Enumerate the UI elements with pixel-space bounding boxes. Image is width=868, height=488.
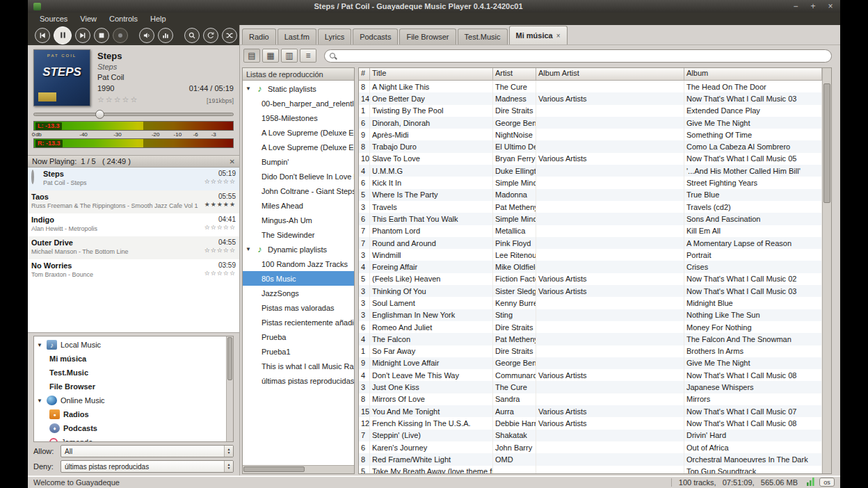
- record-button[interactable]: [113, 28, 128, 43]
- shuffle-button[interactable]: [222, 28, 237, 43]
- repeat-button[interactable]: [203, 28, 218, 43]
- table-row[interactable]: 6 Kick It In Simple Minds Street Fightin…: [359, 177, 822, 188]
- expander-icon[interactable]: ▼: [246, 86, 252, 92]
- playlist-item[interactable]: A Love Supreme (Deluxe Edition): [243, 140, 354, 154]
- playlist-item[interactable]: 80s Music: [243, 271, 354, 286]
- playlist-item[interactable]: 100 Random Jazz Tracks: [243, 257, 354, 271]
- table-row[interactable]: 8 Mirrors Of Love Sandra Mirrors: [359, 393, 822, 405]
- table-row[interactable]: 8 A Night Like This The Cure The Head On…: [359, 81, 822, 92]
- track-rating-stars[interactable]: ☆☆☆☆☆: [97, 95, 138, 104]
- menu-item[interactable]: Sources: [33, 15, 74, 23]
- tab[interactable]: File Browser: [399, 29, 456, 44]
- now-playing-track-row[interactable]: Taos Russ Freeman & The Rippingtons - Sm…: [28, 190, 239, 213]
- table-row[interactable]: 12 French Kissing In The U.S.A. Debbie H…: [359, 417, 822, 429]
- view-mode-grid-button[interactable]: ▦: [262, 49, 279, 63]
- volume-button[interactable]: [139, 28, 154, 43]
- table-row[interactable]: 4 Don't Leave Me This Way Communards Var…: [359, 369, 822, 381]
- tab[interactable]: Lyrics: [318, 29, 351, 44]
- search-input[interactable]: [325, 50, 831, 62]
- playlist-item[interactable]: ▼ Static playlists: [243, 81, 354, 96]
- table-row[interactable]: 5 Where Is The Party Madonna True Blue: [359, 189, 822, 201]
- library-tree-item[interactable]: Test.Music: [34, 366, 226, 380]
- expander-icon[interactable]: ▼: [246, 246, 252, 252]
- table-column-header[interactable]: #: [359, 68, 370, 80]
- table-column-header[interactable]: Artist: [493, 68, 536, 80]
- table-row[interactable]: 1 So Far Away Dire Straits Brothers In A…: [359, 345, 822, 357]
- table-row[interactable]: 1 Twisting By The Pool Dire Straits Exte…: [359, 105, 822, 117]
- close-button[interactable]: ×: [826, 1, 835, 11]
- table-row[interactable]: 3 Soul Lament Kenny Burrell Midnight Blu…: [359, 297, 822, 309]
- playlist-item[interactable]: Dido Don't Believe In Love Listas: [243, 169, 354, 184]
- library-tree-item[interactable]: File Browser: [34, 380, 226, 393]
- library-scrollbar-thumb[interactable]: [227, 337, 232, 380]
- menu-item[interactable]: Controls: [103, 15, 144, 23]
- table-row[interactable]: 7 Phantom Lord Metallica Kill Em All: [359, 225, 822, 237]
- playlist-item[interactable]: Mingus-Ah Um: [243, 213, 354, 227]
- seek-handle[interactable]: [95, 110, 104, 119]
- playlist-item[interactable]: 00-ben_harper_and_relentless7: [243, 96, 354, 111]
- seek-track[interactable]: [33, 113, 234, 116]
- menu-item[interactable]: Help: [144, 15, 172, 23]
- table-row[interactable]: 15 You And Me Tonight Aurra Various Arti…: [359, 405, 822, 417]
- allow-filter-combobox[interactable]: All ▲▼: [61, 445, 234, 457]
- table-row[interactable]: 7 Steppin' (Live) Shakatak Drivin' Hard: [359, 430, 822, 441]
- table-row[interactable]: 5 (Feels Like) Heaven Fiction Factory Va…: [359, 273, 822, 285]
- pause-button[interactable]: [54, 26, 72, 44]
- playlist-item[interactable]: Miles Ahead: [243, 198, 354, 213]
- stop-button[interactable]: [94, 28, 109, 43]
- tab[interactable]: Podcasts: [353, 29, 398, 44]
- track-title[interactable]: Steps: [97, 51, 234, 61]
- minimize-button[interactable]: −: [791, 1, 800, 11]
- view-mode-details-button[interactable]: ≡: [300, 49, 316, 63]
- playlist-item[interactable]: John Coltrane - Giant Steps: [243, 184, 354, 198]
- album-art[interactable]: PAT COIL STEPS: [33, 49, 90, 106]
- playlist-item[interactable]: últimas pistas reproducidas: [243, 373, 354, 388]
- playlist-item[interactable]: 1958-Milestones: [243, 111, 354, 125]
- table-row[interactable]: 7 Round and Around Pink Floyd A Momentar…: [359, 237, 822, 249]
- table-row[interactable]: 14 One Better Day Madness Various Artist…: [359, 92, 822, 104]
- now-playing-track-row[interactable]: Outer Drive Michael Manson - The Bottom …: [28, 236, 239, 259]
- track-album[interactable]: Steps: [97, 63, 234, 71]
- playlist-item[interactable]: ▼ Dynamic playlists: [243, 242, 354, 257]
- expander-icon[interactable]: ▼: [37, 342, 43, 348]
- table-row[interactable]: 3 Thinking Of You Sister Sledge Various …: [359, 285, 822, 297]
- playlist-item[interactable]: Prueba1: [243, 344, 354, 359]
- table-row[interactable]: 4 Foreing Affair Mike Oldfield Crises: [359, 261, 822, 273]
- expander-icon[interactable]: ▼: [37, 398, 43, 404]
- maximize-button[interactable]: +: [809, 1, 817, 11]
- now-playing-close-icon[interactable]: ✕: [230, 158, 235, 165]
- playlists-hscrollbar-thumb[interactable]: [243, 466, 305, 472]
- equalizer-button[interactable]: [158, 28, 173, 43]
- playlist-item[interactable]: Bumpin': [243, 154, 354, 169]
- now-playing-track-row[interactable]: Steps Pat Coil - Steps 05:19 ☆☆☆☆☆: [28, 168, 239, 190]
- library-tree-item[interactable]: ▼ Local Music: [34, 338, 226, 352]
- table-row[interactable]: 8 Trabajo Duro El Ultimo De La Fila Como…: [359, 140, 822, 152]
- table-row[interactable]: 3 Just One Kiss The Cure Japanese Whispe…: [359, 381, 822, 393]
- tab[interactable]: Test.Music: [458, 29, 508, 44]
- playlist-item[interactable]: Pistas mas valoradas: [243, 300, 354, 315]
- table-row[interactable]: 4 The Falcon Pat Metheny Group The Falco…: [359, 333, 822, 345]
- table-column-header[interactable]: Title: [370, 68, 493, 80]
- table-row[interactable]: 6 Dinorah, Dinorah George Benson Give Me…: [359, 117, 822, 129]
- now-playing-track-row[interactable]: No Worries Tom Braxton - Bounce 03:59 ☆☆…: [28, 259, 239, 282]
- playlist-item[interactable]: Pistas recientemente añadidas: [243, 315, 354, 330]
- search-button[interactable]: [184, 28, 200, 43]
- tracks-scrollbar-thumb[interactable]: [823, 83, 830, 203]
- tab[interactable]: Radio: [242, 29, 276, 44]
- table-row[interactable]: 9 Après-Midi NightNoise Something Of Tim…: [359, 129, 822, 140]
- seek-slider[interactable]: [33, 109, 234, 120]
- deny-filter-combobox[interactable]: últimas pistas reproducidas ▲▼: [61, 460, 234, 473]
- tracks-vertical-scrollbar[interactable]: [822, 68, 831, 473]
- view-mode-list-button[interactable]: ▤: [243, 49, 260, 63]
- sort-order-button[interactable]: ▥: [281, 49, 298, 63]
- table-row[interactable]: 4 U.M.M.G Duke Ellington '...And His Mot…: [359, 165, 822, 177]
- tab[interactable]: Last.fm: [278, 29, 316, 44]
- library-tree-item[interactable]: Radios: [34, 407, 226, 421]
- track-artist[interactable]: Pat Coil: [97, 73, 234, 81]
- library-tree-item[interactable]: Mi música: [34, 352, 226, 366]
- playlists-horizontal-scrollbar[interactable]: [243, 465, 354, 473]
- library-tree-item[interactable]: Podcasts: [34, 421, 226, 435]
- library-scrollbar[interactable]: [226, 336, 233, 441]
- playlist-item[interactable]: JazzSongs: [243, 286, 354, 300]
- combo-arrows-icon[interactable]: ▲▼: [224, 446, 233, 457]
